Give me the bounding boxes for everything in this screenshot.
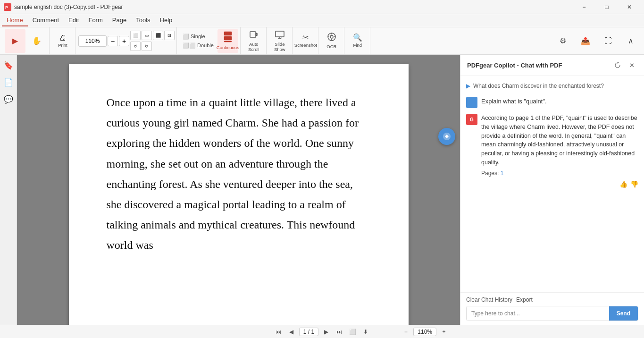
user-avatar: [466, 97, 477, 108]
last-page-button[interactable]: ⏭: [334, 327, 345, 337]
chat-header-icons: ✕: [612, 59, 637, 71]
toolbar: ▶ ✋ 🖨 Print − + ⬜ ▭ ⬛ ⊡ ↺ ↻: [0, 27, 644, 55]
user-message-text: Explain what is "quaint".: [481, 97, 547, 105]
slide-show-button[interactable]: Slide Show: [269, 29, 290, 53]
copilot-floating-button[interactable]: [438, 128, 455, 145]
prev-page-button[interactable]: ◀: [286, 327, 297, 337]
chat-input-area: Send: [466, 306, 638, 321]
suggested-question-text: What does Charm discover in the enchante…: [473, 83, 604, 89]
print-label: Print: [58, 42, 67, 48]
svg-rect-7: [276, 31, 284, 37]
ocr-button[interactable]: OCR: [321, 29, 342, 53]
find-button[interactable]: 🔍 Find: [347, 29, 368, 53]
menu-edit[interactable]: Edit: [64, 15, 84, 26]
chat-input[interactable]: [467, 306, 609, 321]
toolbar-right: ⚙ 📤 ⛶ ∧: [552, 29, 641, 53]
menu-page[interactable]: Page: [108, 15, 131, 26]
menu-tools[interactable]: Tools: [131, 15, 155, 26]
rotate-right-button[interactable]: ↻: [142, 42, 152, 51]
slide-show-label: Slide Show: [270, 42, 289, 52]
minimize-button[interactable]: −: [573, 0, 595, 14]
actual-size-button[interactable]: ⬛: [153, 31, 163, 40]
menu-comment[interactable]: Comment: [28, 15, 64, 26]
screenshot-button[interactable]: ✂ Screenshot: [295, 29, 316, 53]
auto-scroll-icon: [249, 30, 259, 41]
bot-message-content: According to page 1 of the PDF, "quaint"…: [481, 114, 638, 188]
rotate-left-button[interactable]: ↺: [130, 42, 141, 51]
export-link[interactable]: Export: [516, 296, 533, 303]
refresh-button[interactable]: [612, 59, 623, 71]
thumbs-down-button[interactable]: 👎: [630, 180, 638, 188]
page-link[interactable]: 1: [501, 170, 504, 177]
single-label: Single: [191, 34, 205, 39]
zoom-value-label: 110%: [413, 328, 436, 336]
next-page-button[interactable]: ▶: [320, 327, 332, 337]
menu-help[interactable]: Help: [155, 15, 177, 26]
clear-history-link[interactable]: Clear Chat History: [466, 296, 512, 303]
titlebar: P sample english doc (3)-Copy.pdf - PDFg…: [0, 0, 644, 14]
statusbar: ⏮ ◀ 1 / 1 ▶ ⏭ ⬜ ⬇ − 110% +: [0, 325, 644, 338]
select-tool-button[interactable]: ▶: [5, 29, 25, 53]
settings-button[interactable]: ⚙: [552, 29, 573, 53]
screenshot-group: ✂ Screenshot: [293, 27, 318, 54]
cursor-tools-group: ▶ ✋: [3, 27, 50, 54]
chat-header: PDFgear Copilot - Chat with PDF ✕: [460, 55, 644, 76]
page-indicator: 1 / 1: [299, 328, 318, 336]
sidebar-item-comments[interactable]: 💬: [2, 93, 15, 106]
zoom-group: − + ⬜ ▭ ⬛ ⊡ ↺ ↻: [76, 27, 177, 54]
single-page-button[interactable]: ⬜ Single: [180, 33, 208, 41]
zoom-input[interactable]: [78, 35, 107, 47]
zoom-control: − +: [78, 35, 129, 47]
auto-scroll-button[interactable]: Auto Scroll: [243, 29, 264, 53]
svg-rect-2: [224, 32, 232, 35]
zoom-decrease-button[interactable]: −: [108, 36, 118, 46]
fit-width-button[interactable]: ▭: [142, 31, 152, 40]
find-group: 🔍 Find: [345, 27, 370, 54]
window-controls: − □ ✕: [573, 0, 640, 14]
sidebar-item-bookmark[interactable]: 🔖: [2, 59, 15, 72]
share-icon: 📤: [581, 37, 590, 45]
print-button[interactable]: 🖨 Print: [52, 29, 73, 53]
menu-form[interactable]: Form: [84, 15, 107, 26]
suggest-arrow-icon: ▶: [466, 83, 470, 89]
bot-message: G According to page 1 of the PDF, "quain…: [466, 114, 638, 188]
fit-page-nav-button[interactable]: ⬜: [347, 327, 358, 337]
slide-show-group: Slide Show: [268, 27, 293, 54]
window-title: sample english doc (3)-Copy.pdf - PDFgea…: [14, 4, 573, 10]
cursor-icon: ▶: [12, 37, 18, 45]
hand-tool-button[interactable]: ✋: [26, 29, 47, 53]
ocr-label: OCR: [326, 44, 336, 49]
suggested-question: ▶ What does Charm discover in the enchan…: [466, 81, 638, 91]
fit-window-button[interactable]: ⊡: [164, 31, 175, 40]
bot-message-pages: Pages: 1: [481, 170, 638, 177]
collapse-button[interactable]: ∧: [620, 29, 641, 53]
svg-rect-4: [224, 41, 232, 42]
zoom-out-button[interactable]: −: [400, 327, 411, 337]
maximize-button[interactable]: □: [596, 0, 618, 14]
chat-messages[interactable]: ▶ What does Charm discover in the enchan…: [460, 76, 644, 292]
chat-title: PDFgear Copilot - Chat with PDF: [467, 62, 612, 69]
svg-point-10: [330, 35, 333, 38]
zoom-in-button[interactable]: +: [438, 327, 450, 337]
share-button[interactable]: 📤: [575, 29, 596, 53]
send-button[interactable]: Send: [609, 306, 638, 321]
sidebar-item-pages[interactable]: 📄: [2, 76, 15, 89]
fit-page-button[interactable]: ⬜: [130, 31, 141, 40]
pdf-viewer[interactable]: Once upon a time in a quaint little vill…: [17, 55, 460, 325]
double-page-button[interactable]: ⬜⬜ Double: [180, 42, 217, 50]
continuous-icon: [223, 31, 233, 44]
view-mode-controls: ⬜ Single ⬜⬜ Double: [180, 33, 217, 50]
continuous-button[interactable]: Continuous: [217, 29, 238, 53]
close-button[interactable]: ✕: [619, 0, 640, 14]
menu-home[interactable]: Home: [2, 15, 28, 26]
first-page-button[interactable]: ⏮: [273, 327, 284, 337]
download-button[interactable]: ⬇: [360, 327, 371, 337]
close-chat-button[interactable]: ✕: [626, 59, 637, 71]
zoom-increase-button[interactable]: +: [119, 36, 129, 46]
chat-panel: PDFgear Copilot - Chat with PDF ✕ ▶ What…: [460, 55, 644, 325]
user-message: Explain what is "quaint".: [466, 97, 638, 108]
thumbs-up-button[interactable]: 👍: [619, 180, 627, 188]
fullscreen-button[interactable]: ⛶: [598, 29, 619, 53]
collapse-icon: ∧: [628, 37, 634, 45]
auto-scroll-group: Auto Scroll: [242, 27, 267, 54]
